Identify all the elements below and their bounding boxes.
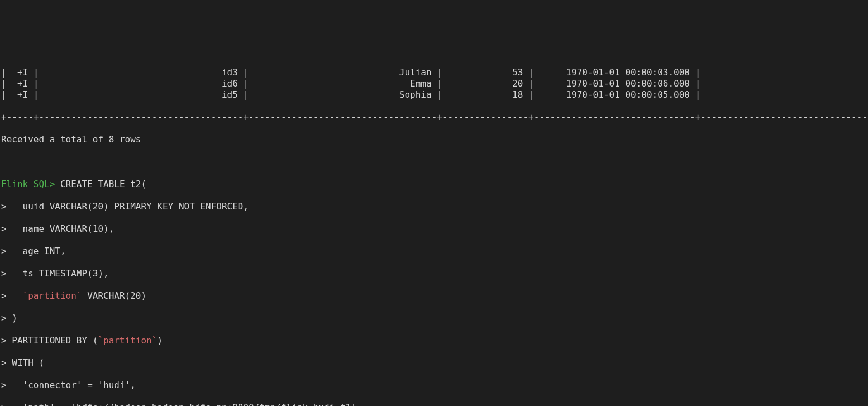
received-summary: Received a total of 8 rows bbox=[1, 134, 867, 145]
sql-line: > PARTITIONED BY (`partition`) bbox=[1, 335, 867, 346]
prompt: Flink SQL> bbox=[1, 179, 55, 189]
table-row: | +I | id5 | Sophia | 18 | 1970-01-01 00… bbox=[1, 89, 867, 101]
sql-line: > ) bbox=[1, 313, 867, 324]
table-row: | +I | id3 | Julian | 53 | 1970-01-01 00… bbox=[1, 67, 867, 78]
sql-line: > age INT, bbox=[1, 246, 867, 257]
terminal[interactable]: | +I | id3 | Julian | 53 | 1970-01-01 00… bbox=[0, 56, 868, 406]
sql-line: > 'connector' = 'hudi', bbox=[1, 380, 867, 391]
blank-line bbox=[1, 156, 867, 168]
sql-line: > ts TIMESTAMP(3), bbox=[1, 268, 867, 279]
sql-line: > 'path' = 'hdfs://hadoop-hadoop-hdfs-nn… bbox=[1, 402, 867, 406]
sql-line: > WITH ( bbox=[1, 357, 867, 369]
sql-line: Flink SQL> CREATE TABLE t2( bbox=[1, 179, 867, 190]
table-separator: +-----+---------------------------------… bbox=[1, 112, 867, 123]
sql-line: > name VARCHAR(10), bbox=[1, 223, 867, 235]
table-row: | +I | id6 | Emma | 20 | 1970-01-01 00:0… bbox=[1, 78, 867, 89]
sql-line: > uuid VARCHAR(20) PRIMARY KEY NOT ENFOR… bbox=[1, 201, 867, 212]
sql-line: > `partition` VARCHAR(20) bbox=[1, 290, 867, 302]
